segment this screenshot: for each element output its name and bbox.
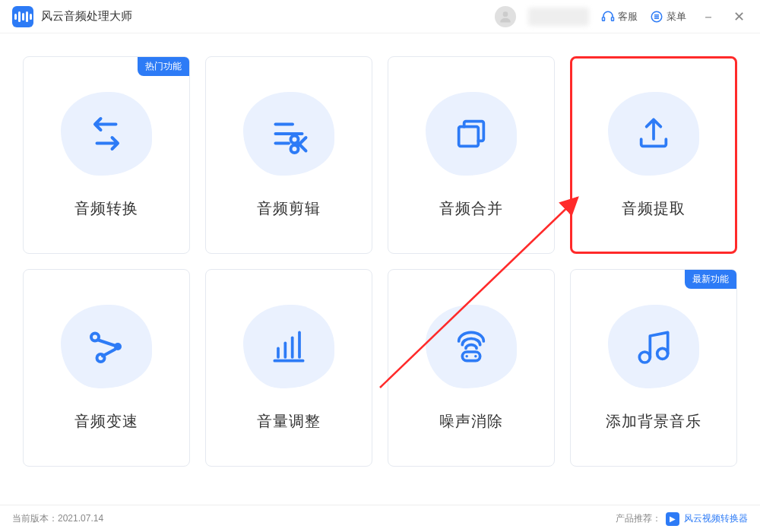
svg-point-24 — [465, 355, 468, 358]
feature-label: 音量调整 — [257, 411, 321, 432]
recommend-product[interactable]: 风云视频转换器 — [684, 512, 748, 525]
close-button[interactable]: ✕ — [730, 8, 748, 25]
feature-label: 音频提取 — [622, 198, 686, 219]
minimize-button[interactable]: － — [698, 8, 718, 26]
feature-card-extract[interactable]: 音频提取 — [570, 56, 737, 254]
svg-rect-23 — [462, 352, 480, 361]
feature-card-convert[interactable]: 热门功能 音频转换 — [23, 56, 190, 254]
feature-card-cut[interactable]: 音频剪辑 — [205, 56, 372, 254]
convert-icon — [61, 92, 152, 176]
footer-bar: 当前版本：2021.07.14 产品推荐： ▶ 风云视频转换器 — [0, 505, 760, 532]
recommend-label: 产品推荐： — [616, 512, 661, 525]
app-title: 风云音频处理大师 — [41, 9, 495, 24]
feature-card-volume[interactable]: 音量调整 — [205, 269, 372, 467]
feature-card-bgm[interactable]: 最新功能 添加背景音乐 — [570, 269, 737, 467]
cut-icon — [243, 92, 334, 176]
feature-label: 音频转换 — [74, 198, 138, 219]
app-logo-icon — [12, 6, 33, 27]
user-name-blur — [528, 8, 589, 26]
svg-rect-14 — [459, 126, 479, 146]
svg-point-0 — [503, 11, 508, 17]
customer-service-button[interactable]: 客服 — [601, 10, 638, 24]
feature-card-speed[interactable]: 音频变速 — [23, 269, 190, 467]
customer-service-label: 客服 — [618, 10, 638, 24]
svg-point-26 — [639, 352, 650, 363]
feature-card-merge[interactable]: 音频合并 — [388, 56, 555, 254]
feature-label: 噪声消除 — [439, 411, 503, 432]
menu-button[interactable]: 菜单 — [650, 10, 686, 24]
svg-point-25 — [474, 355, 477, 358]
user-avatar-icon[interactable] — [495, 6, 516, 27]
speed-icon — [61, 305, 152, 388]
feature-label: 音频剪辑 — [257, 198, 321, 219]
svg-rect-2 — [612, 17, 614, 21]
extract-icon — [608, 92, 699, 176]
titlebar: 风云音频处理大师 客服 菜单 － ✕ — [0, 0, 760, 33]
feature-label: 音频合并 — [439, 198, 503, 219]
menu-icon — [650, 10, 663, 24]
music-icon — [608, 305, 699, 388]
svg-rect-1 — [603, 17, 605, 21]
merge-icon — [426, 92, 517, 176]
version-value: 2021.07.14 — [58, 513, 103, 524]
new-badge: 最新功能 — [685, 270, 736, 289]
feature-label: 音频变速 — [74, 411, 138, 432]
hot-badge: 热门功能 — [138, 57, 189, 76]
menu-label: 菜单 — [667, 10, 686, 24]
version-label: 当前版本： — [12, 513, 58, 524]
volume-icon — [243, 305, 334, 388]
recommend-logo-icon: ▶ — [666, 512, 679, 526]
svg-point-27 — [657, 348, 668, 359]
denoise-icon — [426, 305, 517, 388]
feature-label: 添加背景音乐 — [606, 411, 701, 432]
headset-icon — [601, 10, 615, 24]
feature-card-denoise[interactable]: 噪声消除 — [388, 269, 555, 467]
